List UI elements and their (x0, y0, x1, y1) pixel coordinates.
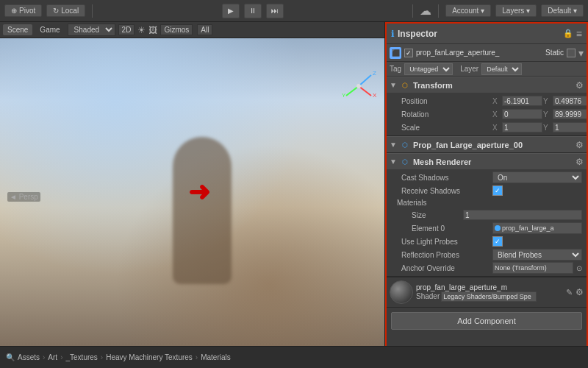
mesh-renderer-body: Cast Shadows On Receive Shadows (387, 169, 587, 276)
sy-label: Y (543, 124, 552, 132)
cast-shadows-select[interactable]: On (492, 171, 582, 183)
material-gear-icon[interactable]: ⚙ (576, 287, 584, 297)
mesh-filter-gear-icon[interactable]: ⚙ (576, 140, 584, 150)
svg-line-2 (346, 86, 359, 96)
mesh-renderer-header[interactable]: ▼ ⬡ Mesh Renderer ⚙ (387, 153, 587, 169)
inspector-header: ℹ Inspector 🔒 ≡ (387, 24, 587, 44)
asset-dot-icon (495, 225, 501, 231)
inspector-object-row: ⬛ prop_fanLarge_aperture_ Static ▾ (387, 44, 587, 62)
scene-view[interactable]: ◄ Persp ➜ Z X Y (0, 38, 384, 346)
local-button[interactable]: ↻ Local (46, 4, 85, 17)
size-value (463, 210, 582, 220)
default-dropdown[interactable]: Default ▾ (541, 4, 584, 17)
image-icon: 🖼 (148, 25, 157, 35)
separator-3 (438, 4, 439, 18)
tab-scene[interactable]: Scene (3, 24, 32, 35)
tag-label: Tag (390, 65, 401, 73)
info-icon: ℹ (391, 29, 395, 39)
size-input[interactable] (463, 210, 582, 220)
object-active-checkbox[interactable] (404, 49, 413, 57)
receive-shadows-label: Receive Shadows (401, 187, 490, 195)
inspector-content: ℹ Inspector 🔒 ≡ ⬛ prop_fanLarge_aperture… (387, 24, 587, 346)
rotation-y[interactable] (553, 109, 587, 119)
mode-2d[interactable]: 2D (118, 24, 135, 35)
mesh-filter-header[interactable]: ▼ ⬡ Prop_fan Large_aperture_00 ⚙ (387, 136, 587, 152)
layers-dropdown[interactable]: Layers ▾ (495, 4, 537, 17)
breadcrumb-heavy[interactable]: Heavy Machinery Textures (106, 353, 193, 361)
reflection-probes-select[interactable]: Blend Probes (492, 249, 582, 261)
rotation-row: Rotation X Y Z (387, 107, 587, 121)
static-dropdown-icon[interactable]: ▾ (578, 47, 584, 59)
mesh-filter-icon: ⬡ (400, 140, 410, 150)
mesh-filter-collapse-arrow: ▼ (390, 141, 397, 149)
account-dropdown[interactable]: Account ▾ (445, 4, 491, 17)
receive-shadows-row: Receive Shadows (387, 184, 587, 197)
lock-icon[interactable]: 🔒 (563, 29, 573, 38)
rotation-label: Rotation (401, 110, 490, 118)
gizmos-dropdown[interactable]: Gizmos (160, 24, 193, 35)
rx-label: X (492, 110, 501, 118)
reflection-probes-label: Reflection Probes (401, 251, 490, 259)
transform-gear-icon[interactable]: ⚙ (576, 80, 584, 91)
step-button[interactable]: ⏭ (266, 4, 284, 18)
add-component-button[interactable]: Add Component (391, 312, 582, 330)
position-x[interactable] (502, 96, 542, 106)
pivot-icon: ⊕ (11, 7, 17, 15)
scale-row: Scale X Y Z (387, 121, 587, 134)
anchor-override-value: None (Transform) ⊙ (492, 262, 582, 274)
element0-value: prop_fan_large_a (492, 222, 582, 234)
scale-y[interactable] (553, 122, 587, 132)
receive-shadows-checkbox[interactable] (492, 185, 503, 196)
shaded-dropdown[interactable]: Shaded (68, 24, 115, 36)
material-edit-icon[interactable]: ✎ (566, 288, 573, 297)
anchor-picker-icon[interactable]: ⊙ (576, 264, 582, 272)
breadcrumb-art[interactable]: Art (48, 353, 57, 361)
play-button[interactable]: ▶ (222, 4, 240, 18)
menu-icon[interactable]: ≡ (576, 28, 582, 40)
rotation-fields: X Y Z (492, 109, 587, 119)
breadcrumb-assets[interactable]: Assets (18, 353, 40, 361)
layers-label: Layers (502, 7, 524, 15)
pause-button[interactable]: ⏸ (244, 4, 262, 18)
element0-row: Element 0 prop_fan_large_a (387, 222, 587, 235)
breadcrumb-textures[interactable]: _Textures (65, 353, 97, 361)
position-row: Position X Y Z (387, 94, 587, 107)
material-name: prop_fan_large_aperture_m (416, 283, 563, 291)
default-arrow-icon: ▾ (573, 7, 577, 15)
svg-point-6 (356, 84, 361, 88)
transform-collapse-arrow: ▼ (390, 81, 397, 89)
layer-select[interactable]: Default (481, 63, 522, 75)
mesh-renderer-gear-icon[interactable]: ⚙ (576, 157, 584, 167)
breadcrumb-materials[interactable]: Materials (201, 353, 231, 361)
pivot-label: Pivot (19, 7, 35, 15)
y-label: Y (543, 97, 552, 105)
receive-shadows-value (492, 185, 582, 196)
default-label: Default (548, 7, 571, 15)
size-label: Size (401, 211, 460, 219)
pivot-button[interactable]: ⊕ Pivot (4, 4, 42, 17)
mesh-filter-name: Prop_fan Large_aperture_00 (413, 141, 573, 149)
shader-input[interactable] (441, 291, 537, 302)
all-dropdown[interactable]: All (197, 24, 212, 35)
mesh-renderer-icon: ⬡ (400, 157, 410, 167)
element0-asset[interactable]: prop_fan_large_a (492, 222, 582, 234)
tab-game[interactable]: Game (35, 24, 64, 35)
separator-1 (92, 4, 93, 18)
position-label: Position (401, 97, 490, 105)
static-checkbox[interactable] (567, 49, 576, 57)
use-light-probes-checkbox[interactable] (492, 236, 503, 247)
tag-select[interactable]: Untagged (404, 63, 453, 75)
svg-text:Y: Y (342, 92, 346, 99)
anchor-override-asset[interactable]: None (Transform) (492, 262, 573, 274)
object-icon: ⬛ (390, 47, 401, 59)
position-y[interactable] (553, 96, 587, 106)
rotation-x[interactable] (502, 109, 542, 119)
sep1: › (43, 353, 45, 361)
inspector-scroll-area[interactable]: ▼ ⬡ Transform ⚙ Position X Y (387, 77, 587, 346)
transform-header[interactable]: ▼ ⬡ Transform ⚙ (387, 77, 587, 93)
scale-label: Scale (401, 124, 490, 132)
scale-x[interactable] (502, 122, 542, 132)
scale-fields: X Y Z (492, 122, 587, 132)
separator-2 (412, 4, 413, 18)
sep4: › (196, 353, 198, 361)
